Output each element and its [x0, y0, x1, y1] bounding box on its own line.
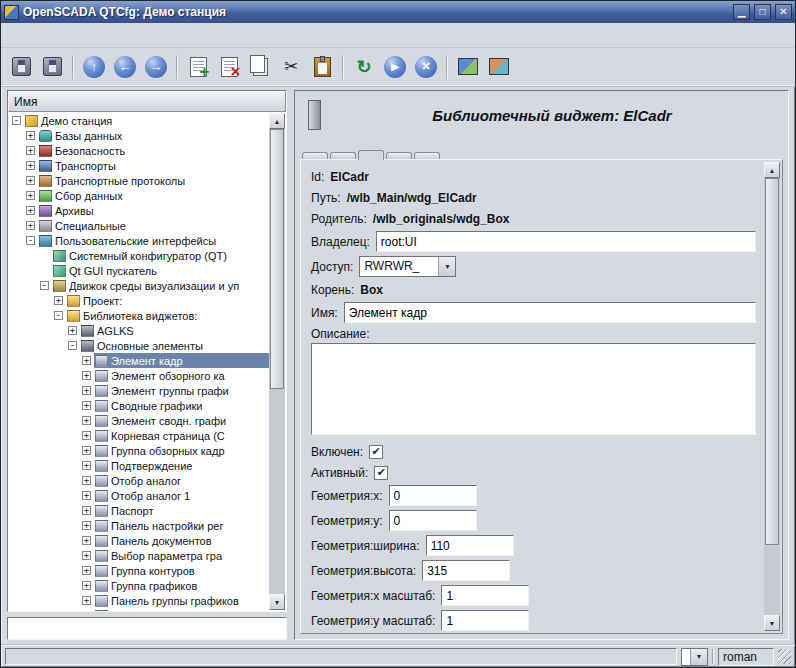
user-field[interactable]: roman [718, 648, 774, 666]
tree-item[interactable]: Системный конфигуратор (QT) [9, 248, 269, 263]
tab[interactable] [358, 150, 384, 160]
tree-item[interactable]: Архивы [9, 203, 269, 218]
scroll-up-icon[interactable]: ▲ [269, 113, 285, 129]
scrollbar-track[interactable] [764, 178, 780, 615]
tree-item[interactable]: Группа контуров [9, 563, 269, 578]
geometry-input[interactable] [426, 535, 514, 556]
tree-item[interactable]: AGLKS [9, 323, 269, 338]
toolbar-button[interactable] [276, 52, 306, 82]
expander-icon[interactable] [68, 326, 77, 335]
expander-icon[interactable] [26, 176, 35, 185]
expander-icon[interactable] [82, 581, 91, 590]
geometry-input[interactable] [422, 560, 510, 581]
scroll-down-icon[interactable]: ▼ [764, 615, 780, 631]
geometry-input[interactable] [389, 510, 477, 531]
geometry-input[interactable] [441, 610, 529, 631]
tree-item[interactable]: Группа обзорных кадр [9, 443, 269, 458]
tree-item[interactable]: Транспортные протоколы [9, 173, 269, 188]
tab[interactable] [414, 152, 440, 159]
name-input[interactable] [344, 302, 756, 323]
minimize-button[interactable]: ▁ [733, 4, 750, 20]
toolbar-button[interactable] [245, 52, 275, 82]
resize-grip[interactable] [778, 649, 791, 664]
tree-item[interactable]: Выбор параметра гра [9, 548, 269, 563]
expander-icon[interactable] [26, 161, 35, 170]
tree-item[interactable]: Проект: [9, 293, 269, 308]
active-checkbox[interactable] [374, 466, 388, 480]
toolbar-button[interactable] [484, 52, 514, 82]
pane-scrollbar[interactable]: ▲ ▼ [764, 162, 780, 631]
toolbar-button[interactable] [349, 52, 379, 82]
owner-input[interactable] [376, 231, 756, 252]
tree-item[interactable]: Корневая страница (С [9, 428, 269, 443]
description-textarea[interactable] [311, 343, 756, 435]
menu-item[interactable] [40, 32, 58, 38]
chevron-down-icon[interactable]: ▼ [438, 257, 455, 276]
menu-item[interactable] [4, 32, 22, 38]
toolbar-button[interactable] [411, 52, 441, 82]
expander-icon[interactable] [82, 416, 91, 425]
tree-item[interactable]: Группа графиков [9, 578, 269, 593]
toolbar-button[interactable] [380, 52, 410, 82]
close-button[interactable]: ✕ [775, 4, 792, 20]
toolbar-button[interactable] [307, 52, 337, 82]
toolbar-button[interactable] [141, 52, 171, 82]
tree-item[interactable]: Элемент кадр [9, 353, 269, 368]
maximize-button[interactable]: □ [754, 4, 771, 20]
tree-item[interactable]: Рецепт: редактирован [9, 608, 269, 611]
expander-icon[interactable] [82, 596, 91, 605]
expander-icon[interactable] [26, 131, 35, 140]
tree-item[interactable]: Отобр аналог [9, 473, 269, 488]
tab[interactable] [302, 152, 328, 159]
expander-icon[interactable] [82, 371, 91, 380]
tree-item[interactable]: Пользовательские интерфейсы [9, 233, 269, 248]
tree-item[interactable]: Панель группы графиков [9, 593, 269, 608]
toolbar-button[interactable] [453, 52, 483, 82]
expander-icon[interactable] [82, 536, 91, 545]
tree-item[interactable]: Основные элементы [9, 338, 269, 353]
geometry-input[interactable] [389, 485, 477, 506]
tree-item[interactable]: Панель документов [9, 533, 269, 548]
menu-item[interactable] [22, 32, 40, 38]
scroll-up-icon[interactable]: ▲ [764, 162, 780, 178]
tab[interactable] [330, 152, 356, 159]
expander-icon[interactable] [26, 236, 35, 245]
tree-filter-input[interactable] [7, 617, 287, 640]
expander-icon[interactable] [82, 551, 91, 560]
tree-item[interactable]: Элемент сводн. графи [9, 413, 269, 428]
tree-item[interactable]: Движок среды визуализации и уп [9, 278, 269, 293]
expander-icon[interactable] [26, 191, 35, 200]
scrollbar-track[interactable] [269, 129, 285, 594]
menu-item[interactable] [58, 32, 76, 38]
expander-icon[interactable] [54, 311, 63, 320]
expander-icon[interactable] [82, 356, 91, 365]
tree-item[interactable]: Панель настройки рег [9, 518, 269, 533]
toolbar-button[interactable] [110, 52, 140, 82]
expander-icon[interactable] [82, 446, 91, 455]
scrollbar-thumb[interactable] [270, 129, 284, 389]
tree-item[interactable]: Qt GUI пускатель [9, 263, 269, 278]
access-combobox[interactable]: RWRWR_ ▼ [359, 256, 456, 277]
expander-icon[interactable] [40, 281, 49, 290]
expander-icon[interactable] [82, 401, 91, 410]
tree-item[interactable]: Демо станция [9, 113, 269, 128]
tree-item[interactable]: Базы данных [9, 128, 269, 143]
chevron-down-icon[interactable]: ▼ [690, 649, 707, 665]
scroll-down-icon[interactable]: ▼ [269, 594, 285, 610]
toolbar-button[interactable] [37, 52, 67, 82]
tree-item[interactable]: Библиотека виджетов: [9, 308, 269, 323]
tree-item[interactable]: Паспорт [9, 503, 269, 518]
tree-item[interactable]: Сводные графики [9, 398, 269, 413]
expander-icon[interactable] [82, 386, 91, 395]
tree-item[interactable]: Специальные [9, 218, 269, 233]
tab[interactable] [386, 152, 412, 159]
toolbar-button[interactable] [79, 52, 109, 82]
expander-icon[interactable] [26, 221, 35, 230]
expander-icon[interactable] [82, 431, 91, 440]
tree-item[interactable]: Транспорты [9, 158, 269, 173]
tree-header[interactable]: Имя [8, 91, 286, 112]
expander-icon[interactable] [26, 146, 35, 155]
toolbar-button[interactable] [214, 52, 244, 82]
expander-icon[interactable] [12, 116, 21, 125]
tree-item[interactable]: Сбор данных [9, 188, 269, 203]
